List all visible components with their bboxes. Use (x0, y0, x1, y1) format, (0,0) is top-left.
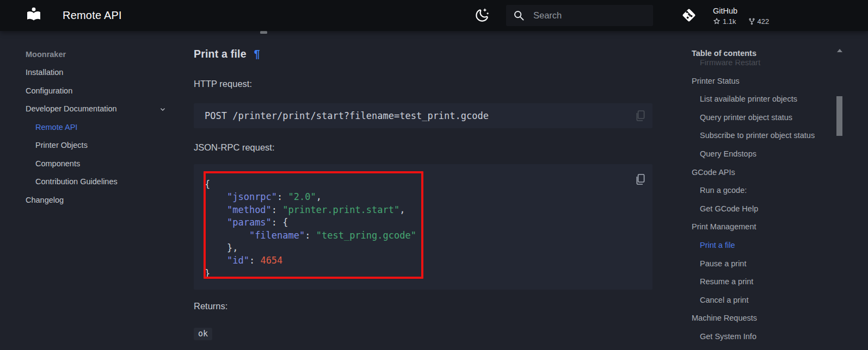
app-header: Remote API Search (0, 0, 868, 31)
returns-label: Returns: (194, 300, 227, 312)
sidebar-item-developer-documentation[interactable]: Developer Documentation (26, 100, 178, 118)
repo-stats: 1.1k 422 (713, 17, 769, 26)
toc-item-resume-a-print[interactable]: Resume a print (700, 276, 821, 288)
search-input[interactable]: Search (506, 5, 653, 26)
scroll-up-icon[interactable] (837, 49, 842, 52)
site-logo-book-icon[interactable] (25, 7, 42, 24)
http-request-codeblock: POST /printer/print/start?filename=test_… (194, 103, 652, 128)
heading-anchor-link[interactable]: ¶ (254, 48, 260, 60)
toc-item-get-gcode-help[interactable]: Get GCode Help (700, 203, 821, 215)
toc-item-query-endstops[interactable]: Query Endstops (700, 148, 821, 160)
search-placeholder: Search (533, 5, 562, 26)
partial-scrolled-text (260, 31, 267, 34)
sidebar-item-installation[interactable]: Installation (26, 64, 178, 82)
toc-item-cancel-a-print[interactable]: Cancel a print (700, 294, 821, 306)
star-icon (713, 17, 721, 25)
http-request-code: POST /printer/print/start?filename=test_… (205, 103, 489, 128)
http-request-label: HTTP request: (194, 78, 252, 90)
copy-icon[interactable] (635, 110, 645, 121)
sidebar-item-remote-api[interactable]: Remote API (26, 118, 178, 136)
sidebar-item-contribution-guidelines[interactable]: Contribution Guidelines (26, 173, 178, 191)
sidebar-nav-list: InstallationConfigurationDeveloper Docum… (26, 64, 189, 209)
jsonrpc-request-label: JSON-RPC request: (194, 141, 275, 153)
toc-item-print-a-file[interactable]: Print a file (700, 239, 821, 251)
toc-item-get-system-info[interactable]: Get System Info (700, 330, 821, 342)
section-heading-text: Print a file (194, 48, 247, 60)
repo-link[interactable]: GitHub 1.1k 422 (680, 5, 805, 27)
search-icon (513, 10, 525, 21)
copy-icon[interactable] (635, 174, 645, 185)
annotation-red-rectangle (204, 171, 423, 279)
page-title: Remote API (63, 0, 122, 31)
repo-name: GitHub (713, 6, 737, 16)
sidebar-item-changelog[interactable]: Changelog (26, 191, 178, 209)
section-heading: Print a file¶ (194, 48, 260, 60)
repo-star-count: 1.1k (723, 17, 736, 26)
nav-sidebar: Moonraker InstallationConfigurationDevel… (26, 45, 189, 209)
toc-scrollbar-thumb[interactable] (836, 96, 842, 136)
toc-item-subscribe-to-printer-object-status[interactable]: Subscribe to printer object status (700, 129, 821, 141)
toc-item-print-management[interactable]: Print Management (692, 221, 822, 233)
sidebar-site-name: Moonraker (26, 45, 189, 64)
theme-toggle-moon-icon[interactable] (472, 7, 491, 24)
returns-value-code: ok (194, 328, 212, 340)
git-logo-icon (680, 6, 698, 24)
toc-item-machine-requests[interactable]: Machine Requests (692, 312, 822, 324)
repo-fork-count: 422 (758, 17, 769, 26)
chevron-down-icon[interactable] (159, 105, 167, 113)
toc-item-query-printer-object-status[interactable]: Query printer object status (700, 111, 821, 123)
sidebar-item-printer-objects[interactable]: Printer Objects (26, 136, 178, 155)
toc-item-gcode-apis[interactable]: GCode APIs (692, 166, 822, 178)
toc-title: Table of contents (692, 49, 756, 58)
toc-item-printer-status[interactable]: Printer Status (692, 75, 822, 87)
toc-item-run-a-gcode[interactable]: Run a gcode: (700, 184, 821, 196)
sidebar-item-components[interactable]: Components (26, 154, 178, 173)
toc-item-list-available-printer-objects[interactable]: List available printer objects (700, 93, 821, 105)
toc-list: Firmware RestartPrinter StatusList avail… (692, 57, 822, 349)
fork-icon (748, 17, 755, 26)
sidebar-item-configuration[interactable]: Configuration (26, 82, 178, 100)
toc-item-pause-a-print[interactable]: Pause a print (700, 258, 821, 270)
